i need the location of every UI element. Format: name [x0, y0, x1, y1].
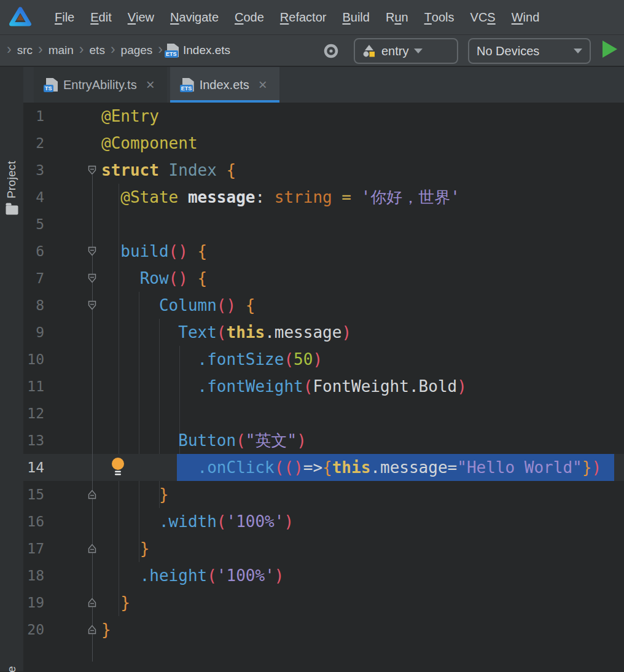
fold-marker-down-icon[interactable] — [87, 300, 97, 310]
fold-marker-up-icon[interactable] — [87, 625, 97, 635]
code-token: build — [120, 242, 168, 260]
tab-index.ets[interactable]: ETSIndex.ets× — [170, 67, 279, 103]
fold-marker-down-icon[interactable] — [87, 246, 97, 256]
menu-build[interactable]: Build — [334, 0, 377, 34]
code-token: @State — [120, 188, 178, 206]
code-line[interactable]: .width('100%') — [101, 508, 294, 535]
code-line[interactable]: @Component — [101, 130, 198, 157]
breadcrumb-separator-icon: › — [106, 41, 120, 58]
code-line[interactable]: Text(this.message) — [101, 319, 351, 346]
code-line[interactable]: Column() { — [101, 292, 255, 319]
code-line[interactable]: Row() { — [101, 265, 207, 292]
breadcrumb: ›src›main›ets›pages›ETSIndex.ets — [2, 35, 230, 66]
code-line[interactable]: } — [101, 589, 130, 616]
code-token: 50 — [294, 350, 313, 369]
code-token: Text — [178, 323, 217, 342]
code-line[interactable]: .fontSize(50) — [101, 346, 322, 373]
device-selector[interactable]: No Devices — [468, 38, 591, 64]
breadcrumb-item-ets[interactable]: ets — [88, 44, 106, 57]
menu-edit[interactable]: Edit — [82, 0, 119, 34]
line-number: 17 — [23, 535, 44, 562]
module-selector[interactable]: entry — [354, 38, 458, 64]
code-token — [188, 242, 198, 260]
code-token: = — [341, 188, 351, 206]
project-button-label: Project — [5, 161, 18, 198]
line-number: 9 — [23, 319, 44, 346]
breadcrumb-item-pages[interactable]: pages — [120, 44, 154, 57]
tool-window-structure-button[interactable]: Structure — [0, 653, 23, 672]
menu-run[interactable]: Run — [378, 0, 416, 34]
fold-marker-up-icon[interactable] — [87, 490, 97, 499]
code-token: ) — [297, 431, 306, 450]
close-icon[interactable]: × — [146, 77, 155, 92]
toolbar-right: entry No Devices — [323, 35, 624, 66]
line-number: 12 — [23, 400, 44, 427]
code-token — [101, 593, 120, 612]
line-number: 14 — [23, 454, 44, 481]
line-number: 8 — [23, 292, 44, 319]
line-number: 7 — [23, 265, 44, 292]
fold-marker-down-icon[interactable] — [87, 273, 97, 283]
code-line[interactable]: .fontWeight(FontWeight.Bold) — [101, 373, 467, 400]
code-editor[interactable]: 1@Entry2@Component3struct Index {4 @Stat… — [23, 103, 624, 671]
code-token: .fontWeight — [198, 377, 303, 396]
editor-tab-bar: TSEntryAbility.ts×ETSIndex.ets× — [23, 67, 624, 103]
code-line[interactable]: build() { — [101, 238, 207, 265]
menu-refactor[interactable]: Refactor — [272, 0, 335, 34]
code-token: .message= — [370, 458, 457, 477]
code-line[interactable]: .height('100%') — [101, 562, 284, 589]
menu-wind[interactable]: Wind — [504, 0, 548, 34]
workspace-body: Project Structure TSEntryAbility.ts×ETSI… — [0, 67, 624, 671]
code-line[interactable]: } — [101, 535, 149, 562]
line-number: 1 — [23, 103, 44, 130]
left-tool-stripe: Project Structure — [0, 67, 23, 671]
fold-marker-up-icon[interactable] — [87, 598, 97, 608]
breadcrumb-item-main[interactable]: main — [47, 44, 75, 57]
tab-entryability.ts[interactable]: TSEntryAbility.ts× — [34, 67, 167, 103]
code-line[interactable]: } — [101, 481, 169, 508]
code-token: } — [159, 485, 169, 504]
close-icon[interactable]: × — [259, 77, 267, 92]
code-token: "Hello World" — [457, 458, 582, 477]
breadcrumb-separator-icon: › — [75, 41, 88, 58]
code-line[interactable]: } — [101, 616, 111, 643]
ts-file-icon: TS — [46, 78, 58, 92]
code-token: { — [198, 269, 208, 287]
code-line[interactable]: struct Index { — [101, 157, 236, 184]
code-token: FontWeight.Bold — [313, 377, 457, 396]
code-line[interactable]: .onClick(()=>{this.message="Hello World"… — [101, 454, 601, 481]
code-token — [332, 188, 342, 206]
fold-marker-up-icon[interactable] — [87, 544, 97, 553]
line-number: 19 — [23, 589, 44, 616]
menu-view[interactable]: View — [120, 0, 162, 34]
breadcrumb-separator-icon: › — [2, 41, 16, 58]
fold-marker-down-icon[interactable] — [87, 165, 97, 175]
menu-code[interactable]: Code — [227, 0, 272, 34]
menu-bar: FileEditViewNavigateCodeRefactorBuildRun… — [0, 0, 624, 35]
code-line[interactable]: @Entry — [101, 103, 159, 130]
run-button[interactable] — [603, 41, 617, 58]
tool-window-project-button[interactable]: Project — [0, 143, 23, 216]
menu-navigate[interactable]: Navigate — [162, 0, 227, 34]
chevron-down-icon — [574, 49, 582, 53]
code-line[interactable]: @State message: string = '你好，世界' — [101, 184, 460, 211]
chevron-down-icon — [414, 49, 423, 53]
code-token: Index — [169, 161, 217, 179]
code-token: this — [227, 323, 265, 342]
menu-tools[interactable]: Tools — [416, 0, 462, 34]
code-token: { — [322, 458, 332, 477]
code-token: => — [303, 458, 322, 477]
menu-file[interactable]: File — [47, 0, 82, 34]
breadcrumb-item-file[interactable]: ETSIndex.ets — [167, 44, 230, 57]
code-line[interactable]: Button("英文") — [101, 427, 306, 454]
code-token — [178, 188, 188, 206]
breadcrumb-item-src[interactable]: src — [16, 44, 34, 57]
code-token: .width — [159, 512, 217, 531]
code-token — [101, 188, 120, 206]
locate-target-icon[interactable] — [323, 43, 339, 59]
code-token: Button — [178, 431, 236, 450]
code-token: ) — [591, 458, 601, 477]
intention-bulb-icon[interactable] — [111, 457, 125, 478]
menu-vcs[interactable]: VCS — [462, 0, 504, 34]
code-token: { — [198, 242, 208, 260]
